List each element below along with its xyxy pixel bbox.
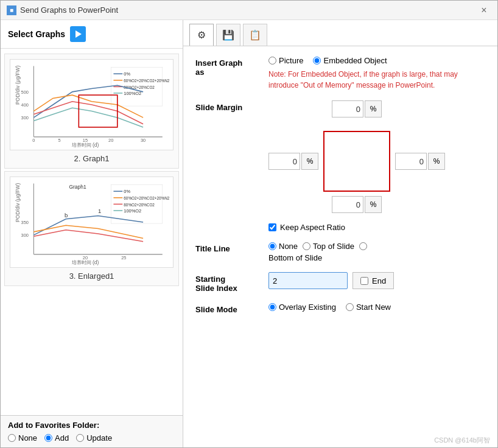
margin-bottom-pct[interactable]: % [365, 196, 382, 213]
graph-item-1[interactable]: POD/div (μg/FW) 培养时间 (d) 0% 60%O2+20%CO2… [4, 54, 179, 169]
svg-text:5: 5 [58, 138, 61, 143]
svg-text:15: 15 [83, 138, 88, 143]
svg-text:300: 300 [21, 115, 29, 121]
slide-margin-controls: % % [268, 100, 485, 213]
app-icon: ■ [7, 5, 16, 15]
title-line-controls: None Top of Slide Bottom of Slide [268, 242, 485, 262]
slide-index-label: StartingSlide Index [195, 272, 268, 293]
favorites-radio-add[interactable] [44, 434, 52, 442]
end-label: End [372, 276, 386, 285]
settings-content: Insert Graphas Picture Embedded Object [183, 46, 497, 433]
chart-svg-2: POD/div (μg/FW) 培养时间 (d) Graph1 0% 60%O2… [10, 177, 173, 267]
margin-top-input[interactable] [332, 100, 363, 117]
select-graphs-header: Select Graphs [1, 20, 183, 48]
tab-settings[interactable]: ⚙ [189, 24, 214, 46]
margin-right-input[interactable] [395, 153, 427, 170]
svg-text:Graph1: Graph1 [69, 184, 86, 190]
slide-margin-row: Slide Margin % [195, 100, 485, 213]
svg-text:0: 0 [32, 138, 35, 143]
favorites-bar: Add to Favorites Folder: None Add Update [1, 415, 183, 447]
favorites-option-update[interactable]: Update [76, 433, 112, 443]
graph-label-2: 3. Enlarged1 [10, 271, 174, 281]
svg-text:POD/div (μg/FW): POD/div (μg/FW) [15, 65, 21, 105]
radio-start-new[interactable] [346, 303, 354, 311]
aspect-ratio-checkbox[interactable] [268, 223, 276, 231]
svg-text:0%: 0% [124, 71, 130, 77]
radio-picture[interactable] [268, 57, 276, 65]
title-bar-left: ■ Send Graphs to PowerPoint [7, 5, 118, 15]
svg-text:POD/div (μg/FW): POD/div (μg/FW) [15, 183, 21, 222]
title-line-row: Title Line None Top of Slide [195, 242, 485, 262]
end-button[interactable]: End [352, 272, 394, 289]
margin-right-pct[interactable]: % [428, 153, 445, 170]
margin-left-pct[interactable]: % [301, 153, 318, 170]
embedded-label: Embedded Object [323, 56, 387, 65]
title-line-none[interactable]: None [268, 242, 298, 251]
watermark: CSDN @614b阿智 [183, 433, 497, 447]
svg-text:20: 20 [83, 255, 88, 261]
aspect-ratio-row: Keep Aspect Ratio [268, 223, 485, 232]
svg-text:25: 25 [121, 255, 126, 261]
title-line-bottom-label: Bottom of Slide [268, 253, 322, 262]
svg-text:0%: 0% [124, 189, 130, 194]
svg-text:b: b [65, 212, 68, 219]
svg-text:400: 400 [21, 102, 29, 108]
radio-title-bottom[interactable] [359, 242, 367, 250]
title-line-bottom-radio[interactable] [359, 242, 367, 250]
graph-thumbnail-2: POD/div (μg/FW) 培养时间 (d) Graph1 0% 60%O2… [10, 177, 174, 268]
radio-embedded[interactable] [313, 57, 321, 65]
option-picture[interactable]: Picture [268, 56, 303, 65]
option-embedded[interactable]: Embedded Object [313, 56, 387, 65]
graph-thumbnail-1: POD/div (μg/FW) 培养时间 (d) 0% 60%O2+20%CO2… [10, 59, 174, 150]
svg-text:100%O2: 100%O2 [124, 91, 141, 96]
favorites-radio-none[interactable] [8, 434, 16, 442]
graph-label-1: 2. Graph1 [10, 154, 174, 163]
svg-text:500: 500 [21, 89, 29, 95]
end-checkbox[interactable] [360, 277, 368, 285]
svg-text:350: 350 [21, 220, 29, 225]
radio-title-top[interactable] [303, 242, 310, 250]
graph-item-2[interactable]: POD/div (μg/FW) 培养时间 (d) Graph1 0% 60%O2… [4, 171, 179, 286]
title-bar: ■ Send Graphs to PowerPoint × [1, 1, 497, 20]
chart-svg-1: POD/div (μg/FW) 培养时间 (d) 0% 60%O2+20%CO2… [10, 60, 173, 150]
slide-mode-overlay[interactable]: Overlay Existing [268, 303, 336, 312]
title-line-top[interactable]: Top of Slide [303, 242, 354, 251]
favorites-option-none[interactable]: None [8, 433, 37, 443]
title-line-row2: Bottom of Slide [268, 253, 485, 262]
svg-text:100%O2: 100%O2 [124, 208, 141, 214]
favorites-radio-update[interactable] [76, 434, 84, 442]
slide-index-input[interactable] [268, 272, 348, 289]
favorites-radio-group: None Add Update [8, 433, 175, 443]
graphs-list: POD/div (μg/FW) 培养时间 (d) 0% 60%O2+20%CO2… [1, 48, 183, 415]
insert-graph-label: Insert Graphas [195, 56, 268, 77]
margin-right-group: % [395, 153, 445, 170]
main-content: Select Graphs POD/div (μg/FW) 培 [1, 20, 497, 447]
margin-bottom-group: % [332, 196, 382, 213]
favorites-option-add[interactable]: Add [44, 433, 69, 443]
margin-left-input[interactable] [268, 153, 300, 170]
svg-text:20: 20 [108, 138, 113, 143]
slide-mode-options: Overlay Existing Start New [268, 303, 485, 312]
margin-bottom-input[interactable] [332, 196, 363, 213]
play-button[interactable] [70, 26, 86, 42]
radio-title-none[interactable] [268, 242, 276, 250]
margin-top-group: % [332, 100, 382, 117]
insert-graph-row: Insert Graphas Picture Embedded Object [195, 56, 485, 91]
left-panel: Select Graphs POD/div (μg/FW) 培 [1, 20, 183, 447]
svg-text:30: 30 [141, 138, 146, 143]
slide-index-row: StartingSlide Index End [195, 272, 485, 293]
insert-graph-options: Picture Embedded Object [268, 56, 485, 65]
close-button[interactable]: × [477, 3, 491, 18]
svg-text:1: 1 [98, 208, 101, 214]
svg-text:60%O2+20%CO2+20%N2: 60%O2+20%CO2+20%N2 [124, 196, 169, 200]
slide-mode-new[interactable]: Start New [346, 303, 391, 312]
svg-text:300: 300 [21, 233, 29, 238]
margin-top-pct[interactable]: % [365, 100, 382, 117]
svg-text:60%O2+20%CO2+20%N2: 60%O2+20%CO2+20%N2 [124, 79, 169, 83]
svg-text:80%O2+20%CO2: 80%O2+20%CO2 [124, 203, 155, 207]
tab-clipboard[interactable]: 📋 [243, 24, 267, 46]
select-graphs-label: Select Graphs [8, 29, 65, 39]
radio-overlay[interactable] [268, 303, 276, 311]
tab-save[interactable]: 💾 [216, 24, 240, 46]
slide-mode-row: Slide Mode Overlay Existing Start New [195, 303, 485, 314]
